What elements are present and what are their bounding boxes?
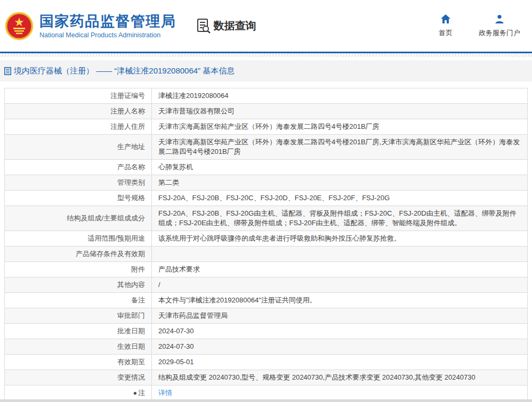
table-row: 管理类别 第二类 — [5, 175, 527, 190]
row-value: 天津市滨海高新区华苑产业区（环外）海泰发展二路四号4号楼201B厂房 — [152, 119, 527, 134]
row-label: 产品名称 — [5, 160, 152, 175]
data-query-label: 数据查询 — [214, 19, 256, 33]
table-row: 结构及组成/主要组成成分 FSJ-20A、FSJ-20B、FSJ-20G由主机、… — [5, 206, 527, 231]
table-row: ● 注 详情 — [5, 385, 527, 400]
row-value: 第二类 — [152, 175, 527, 190]
org-name-cn: 国家药品监督管理局 — [39, 13, 176, 30]
row-value: 产品技术要求 — [152, 262, 527, 277]
row-value: 该系统用于对心跳呼吸骤停的成年患者进行呼吸救助和胸外按压心肺复苏抢救。 — [152, 231, 527, 246]
page-title: 境内医疗器械（注册） —— “津械注准20192080064” 基本信息 — [14, 66, 235, 76]
row-label: 注册人名称 — [5, 104, 152, 119]
row-label: 批准日期 — [5, 324, 152, 339]
row-value: 本文件与"津械注准20192080064"注册证共同使用。 — [152, 293, 527, 308]
nav-home-label: 首页 — [439, 28, 453, 38]
nmpa-logo[interactable]: 国家药品监督管理局 National Medical Products Admi… — [4, 11, 176, 41]
row-value: 详情 — [152, 385, 527, 400]
row-label: 结构及组成/主要组成成分 — [5, 206, 152, 231]
table-row: 审批部门 天津市药品监督管理局 — [5, 308, 527, 323]
table-row: 有效期至 2029-05-01 — [5, 354, 527, 370]
row-label: 型号规格 — [5, 191, 152, 206]
row-label: 审批部门 — [5, 308, 152, 323]
row-label: 变更情况 — [5, 370, 152, 385]
table-row: 注册证编号 津械注准20192080064 — [5, 88, 527, 103]
table-row: 生效日期 2024-07-30 — [5, 339, 527, 354]
row-value: 结构及组成变更 20240730,型号、规格变更 20240730,产品技术要求… — [152, 370, 527, 385]
row-value: 2024-07-30 — [152, 324, 527, 339]
table-row: 注册人名称 天津市普瑞仪器有限公司 — [5, 103, 527, 119]
table-row: 其他内容 / — [5, 277, 527, 292]
national-emblem-icon — [4, 11, 34, 41]
row-value: 津械注准20192080064 — [152, 88, 527, 103]
header-hatch-band — [0, 53, 532, 57]
site-header: 国家药品监督管理局 National Medical Products Admi… — [0, 0, 532, 52]
table-row: 产品名称 心肺复苏机 — [5, 159, 527, 175]
table-row: 批准日期 2024-07-30 — [5, 323, 527, 339]
table-row: 注册人住所 天津市滨海高新区华苑产业区（环外）海泰发展二路四号4号楼201B厂房 — [5, 119, 527, 134]
org-names: 国家药品监督管理局 National Medical Products Admi… — [39, 13, 176, 39]
data-query-icon — [197, 19, 211, 34]
row-label-text: 注 — [138, 388, 145, 398]
table-row: 生产地址 天津市滨海高新区华苑产业区（环外）海泰发展二路四号4号楼201B厂房,… — [5, 134, 527, 159]
row-label: ● 注 — [5, 385, 152, 400]
table-row: 附件 产品技术要求 — [5, 261, 527, 277]
header-nav: 首页 政务服务门户 — [433, 14, 522, 38]
home-icon — [440, 14, 451, 24]
org-name-en: National Medical Products Administration — [39, 31, 176, 39]
row-label: 管理类别 — [5, 175, 152, 190]
row-value: 心肺复苏机 — [152, 160, 527, 175]
registration-info-table: 注册证编号 津械注准20192080064 注册人名称 天津市普瑞仪器有限公司 … — [4, 88, 528, 401]
table-row: 型号规格 FSJ-20A、FSJ-20B、FSJ-20C、FSJ-20D、FSJ… — [5, 190, 527, 206]
row-label: 附件 — [5, 262, 152, 277]
row-value: / — [152, 277, 527, 292]
breadcrumb: 境内医疗器械（注册） —— “津械注准20192080064” 基本信息 — [0, 60, 532, 81]
table-row: 适用范围/预期用途 该系统用于对心跳呼吸骤停的成年患者进行呼吸救助和胸外按压心肺… — [5, 231, 527, 246]
row-label: 备注 — [5, 293, 152, 308]
row-value: FSJ-20A、FSJ-20B、FSJ-20G由主机、适配器、背板及附件组成；F… — [152, 206, 527, 231]
document-list-icon — [4, 67, 11, 75]
nav-service-portal[interactable]: 政务服务门户 — [479, 14, 520, 38]
row-label: 注册人住所 — [5, 119, 152, 134]
page: 国家药品监督管理局 National Medical Products Admi… — [0, 0, 532, 402]
table-row: 产品储存条件及有效期 — [5, 246, 527, 261]
nav-service-portal-label: 政务服务门户 — [479, 28, 520, 38]
details-link[interactable]: 详情 — [158, 388, 172, 398]
row-label: 有效期至 — [5, 355, 152, 370]
row-label: 其他内容 — [5, 277, 152, 292]
row-value: 天津市药品监督管理局 — [152, 308, 527, 323]
row-value: FSJ-20A、FSJ-20B、FSJ-20C、FSJ-20D、FSJ-20E、… — [152, 191, 527, 206]
table-row: 备注 本文件与"津械注准20192080064"注册证共同使用。 — [5, 292, 527, 308]
row-value: 2029-05-01 — [152, 355, 527, 370]
user-icon — [494, 14, 505, 24]
note-icon: ● — [133, 388, 137, 398]
row-value: 2024-07-30 — [152, 339, 527, 354]
row-label: 生效日期 — [5, 339, 152, 354]
data-query-entry[interactable]: 数据查询 — [197, 19, 256, 34]
table-row: 变更情况 结构及组成变更 20240730,型号、规格变更 20240730,产… — [5, 370, 527, 385]
row-value: 天津市普瑞仪器有限公司 — [152, 104, 527, 119]
row-label: 适用范围/预期用途 — [5, 231, 152, 246]
row-label: 注册证编号 — [5, 88, 152, 103]
row-label: 产品储存条件及有效期 — [5, 247, 152, 261]
row-value: 天津市滨海高新区华苑产业区（环外）海泰发展二路四号4号楼201B厂房,天津市滨海… — [152, 135, 527, 159]
row-value — [152, 247, 527, 261]
row-label: 生产地址 — [5, 135, 152, 159]
nav-home[interactable]: 首页 — [433, 14, 458, 38]
footer-strip — [0, 399, 532, 402]
